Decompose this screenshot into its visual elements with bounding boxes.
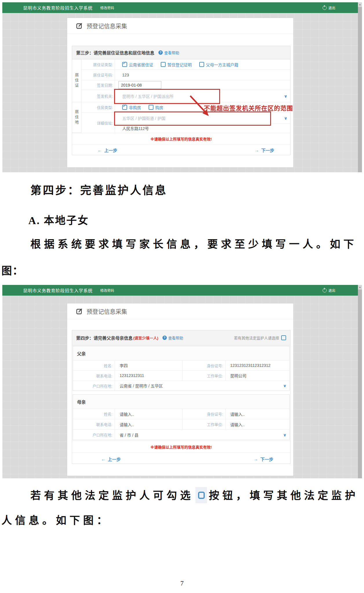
issue-date-row: 签发日期: 2019-01-08 <box>81 80 290 90</box>
arrow-right-icon: → <box>255 148 259 153</box>
address-region-dropdown[interactable]: 五华区 / 护国街道 / 护国 ∨ <box>115 113 290 124</box>
father-id-value[interactable]: 123123123112312312 <box>225 360 289 370</box>
address-row: 详细住址: 五华区 / 护国街道 / 护国 ∨ 人民东路112号 <box>81 113 290 133</box>
change-password-link[interactable]: 修改密码 <box>100 5 114 10</box>
prev-step-button[interactable]: ← 上一步 <box>98 147 117 153</box>
document-page: 昆明市义务教育阶段招生入学系统 修改密码 退出 预登记信息采集 <box>0 0 364 593</box>
checkbox-icon[interactable] <box>199 62 204 67</box>
card-title-bar: 预登记信息采集 <box>67 303 293 319</box>
page-title: 预登记信息采集 <box>87 307 127 316</box>
permit-type-row: 居住证类型: 云南省居住证 暂住登记证明 <box>81 59 290 70</box>
mother-section: 母亲 姓名: 请输入.. 身份证号: 请输入.. 联系电话: 请输入.. 工作单… <box>73 394 290 440</box>
scroll-up-icon[interactable]: ▲ <box>358 285 362 290</box>
table-row: 户口所在地: 云南省 / 昆明市 / 五华区 ∨ <box>73 380 289 391</box>
app-brand: 昆明市义务教育阶段招生入学系统 <box>23 287 93 293</box>
power-icon <box>323 288 327 292</box>
edit-icon <box>76 22 83 29</box>
scrollbar[interactable]: ▲ <box>358 2 362 172</box>
chevron-down-icon[interactable]: ∨ <box>283 383 286 388</box>
father-work-value[interactable]: 昆明公司 <box>225 371 289 380</box>
option-purchase[interactable]: 购房 <box>149 105 163 110</box>
inline-checkbox-icon <box>195 487 207 503</box>
doc-paragraph-2: 若有其他法定监护人可勾选按钮，填写其他法定监护 <box>30 487 358 503</box>
change-password-link[interactable]: 修改密码 <box>100 288 114 293</box>
mother-section-title: 母亲 <box>73 395 289 409</box>
help-icon: ? <box>162 336 167 340</box>
card-title-bar: 预登记信息采集 <box>67 18 293 34</box>
section-gap <box>72 391 290 394</box>
help-icon: ? <box>158 50 163 55</box>
father-section: 父亲 姓名: 李四 身份证号: 123123123112312312 联系电话:… <box>73 346 290 391</box>
checkbox-checked-icon[interactable] <box>122 105 127 110</box>
step-footer: ← 上一步 → 下一步 <box>72 453 290 465</box>
app-background: 预登记信息采集 第四步：请完善父亲母亲信息 (请至少填一人) ? 查看帮助 若有… <box>2 296 358 478</box>
mother-name-input[interactable]: 请输入.. <box>115 409 182 419</box>
page-number: 7 <box>0 580 364 587</box>
table-row: 户口所在地: 省 / 市 / 县 ∨ <box>73 429 289 440</box>
mother-id-input[interactable]: 请输入.. <box>225 409 289 419</box>
option-temp-registration[interactable]: 暂住登记证明 <box>161 62 192 67</box>
arrow-right-icon: → <box>254 457 258 462</box>
app-navbar: 昆明市义务教育阶段招生入学系统 修改密码 退出 <box>2 2 358 13</box>
chevron-down-icon[interactable]: ∨ <box>284 116 287 120</box>
logout-button[interactable]: 退出 <box>328 288 335 293</box>
scroll-up-icon[interactable]: ▲ <box>358 2 362 7</box>
help-link[interactable]: ? 查看帮助 <box>158 50 179 55</box>
power-icon <box>323 6 327 10</box>
validity-note: ※请确保以上所填写的信息真实有效! <box>72 441 290 453</box>
doc-paragraph-1-cont: 图： <box>1 262 23 277</box>
father-phone-value[interactable]: 12312312311 <box>115 371 182 380</box>
table-row: 联系电话: 请输入.. 工作单位: 请输入.. <box>73 419 289 429</box>
prev-step-button[interactable]: ← 上一步 <box>101 456 121 462</box>
arrow-left-icon: ← <box>98 148 102 153</box>
checkbox-icon[interactable] <box>161 62 166 67</box>
option-yunnan-permit[interactable]: 云南省居住证 <box>122 62 153 67</box>
app-brand: 昆明市义务教育阶段招生入学系统 <box>23 5 93 11</box>
step3-title: 第三步：请完善居住证信息和居住地信息 <box>76 50 154 56</box>
doc-paragraph-1: 根据系统要求填写家长信息，要求至少填写一人。如下 <box>30 236 357 251</box>
other-guardian-hint: 若有其他法定监护人请选择 <box>234 335 286 341</box>
mother-hukou-dropdown[interactable]: 省 / 市 / 县 ∨ <box>115 430 289 440</box>
mother-phone-input[interactable]: 请输入.. <box>115 419 182 429</box>
next-step-button[interactable]: → 下一步 <box>255 147 274 153</box>
father-name-value[interactable]: 李四 <box>115 360 182 370</box>
next-step-button[interactable]: → 下一步 <box>254 456 273 462</box>
issue-date-input[interactable]: 2019-01-08 <box>118 81 161 89</box>
issuer-row: 签发机关: 昆明市 / 五华区 / 护国派出所 ∨ <box>81 90 290 102</box>
mother-work-input[interactable]: 请输入.. <box>225 419 289 429</box>
other-guardian-checkbox[interactable] <box>281 335 286 340</box>
scrollbar[interactable]: ▲ <box>358 285 362 478</box>
checkbox-icon[interactable] <box>149 105 153 110</box>
checkbox-checked-icon[interactable] <box>122 62 127 67</box>
red-annotation: 不能超出签发机关所在区的范围 <box>204 103 293 112</box>
doc-paragraph-2-cont: 人信息。如下图： <box>1 512 110 527</box>
option-parent-hukou[interactable]: 父母一方主城户籍 <box>199 62 238 67</box>
address-detail-value: 人民东路112号 <box>115 124 290 133</box>
app-background: 预登记信息采集 第三步：请完善居住证信息和居住地信息 ? 查看帮助 居住证 居住… <box>2 13 358 172</box>
table-row: 联系电话: 12312312311 工作单位: 昆明公司 <box>73 370 289 380</box>
chevron-down-icon[interactable]: ∨ <box>284 94 287 98</box>
chevron-down-icon[interactable]: ∨ <box>283 433 286 437</box>
option-non-purchase[interactable]: 非购房 <box>122 105 141 110</box>
screenshot-step4: 昆明市义务教育阶段招生入学系统 修改密码 退出 预登记信息采集 <box>2 285 362 478</box>
issuer-dropdown[interactable]: 昆明市 / 五华区 / 护国派出所 ∨ <box>115 90 290 102</box>
group-label-permit: 居住证 <box>72 59 81 102</box>
page-title: 预登记信息采集 <box>87 22 127 30</box>
doc-heading-step4: 第四步：完善监护人信息 <box>30 181 167 197</box>
step3-panel: 第三步：请完善居住证信息和居住地信息 ? 查看帮助 居住证 居住地 居住证类型: <box>72 46 290 155</box>
permit-no-row: 居住证号码: 123 <box>81 70 290 80</box>
content-card: 预登记信息采集 第四步：请完善父亲母亲信息 (请至少填一人) ? 查看帮助 若有… <box>67 303 293 476</box>
step4-title-note: (请至少填一人) <box>133 335 158 341</box>
father-hukou-dropdown[interactable]: 云南省 / 昆明市 / 五华区 ∨ <box>115 381 289 391</box>
doc-subheading-a: A. 本地子女 <box>28 212 89 227</box>
step4-panel: 第四步：请完善父亲母亲信息 (请至少填一人) ? 查看帮助 若有其他法定监护人请… <box>72 330 290 464</box>
step4-title: 第四步：请完善父亲母亲信息 <box>76 335 133 341</box>
help-link[interactable]: ? 查看帮助 <box>162 335 183 341</box>
group-label-residence: 居住地 <box>72 102 81 133</box>
app-navbar: 昆明市义务教育阶段招生入学系统 修改密码 退出 <box>2 285 358 296</box>
step3-panel-header: 第三步：请完善居住证信息和居住地信息 ? 查看帮助 <box>72 46 290 59</box>
step-footer: ← 上一步 → 下一步 <box>72 144 290 155</box>
validity-note: ※请确保以上所填写的信息真实有效! <box>72 133 290 144</box>
logout-button[interactable]: 退出 <box>328 5 335 10</box>
father-section-title: 父亲 <box>73 346 289 360</box>
